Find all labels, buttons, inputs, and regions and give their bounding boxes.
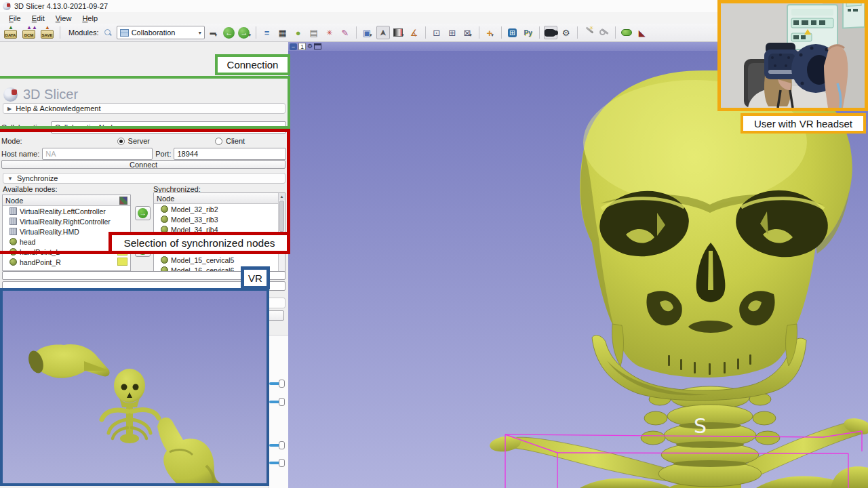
node-column-header: Node [5,197,23,205]
capture-region-button[interactable]: ▣▾ [361,26,374,39]
available-nodes-label: Available nodes: [3,185,58,193]
user-photo [721,3,865,108]
menu-edit[interactable]: Edit [27,14,50,23]
load-dicom-button[interactable]: ▲▲ DCM [21,25,37,40]
models-module-button[interactable]: ● [292,26,305,39]
synchronize-header-label: Synchronize [17,174,58,182]
menu-file[interactable]: File [4,14,26,23]
scene-view-menu-button[interactable]: ⊠▾ [461,26,475,39]
module-history-button[interactable]: ▬▾ [207,26,220,39]
model-node-icon [161,205,168,213]
menu-help[interactable]: Help [77,14,102,23]
vr-annotation-label: VR [241,266,270,289]
radio-unselected-icon [215,138,222,145]
screenshot-button[interactable]: ⊡ [430,26,443,39]
transform-node-icon [9,218,17,225]
mouse-interaction-button[interactable]: ➤ [376,26,390,39]
back-arrow-icon: ← [223,27,235,39]
scrollbar-thumb[interactable] [279,201,284,232]
port-label: Port: [155,150,171,158]
node-color-swatch[interactable] [117,258,127,266]
model-node-icon [161,216,168,223]
chevron-down-icon: ▾ [248,33,251,39]
list-item[interactable]: VirtualReality.LeftController [3,206,130,216]
chevron-down-icon: ▾ [370,33,372,39]
client-radio-label: Client [226,137,245,145]
model-node-icon [9,238,17,245]
slicer-logo-text: 3D Slicer [23,87,78,102]
transform-node-icon [9,207,17,215]
model-node-icon [9,248,17,256]
vr-settings-button[interactable]: ⚙ [559,26,573,39]
vr-slider[interactable] [269,379,287,388]
tools-button[interactable] [597,26,611,39]
subject-hierarchy-button[interactable]: ≡ [260,26,274,39]
chevron-down-icon: ▾ [199,30,201,36]
host-name-input[interactable] [42,148,153,160]
help-acknowledgement-section[interactable]: ▶ Help & Acknowledgement [3,103,285,114]
model-node-icon [9,258,17,266]
list-item[interactable]: VirtualReality.RightController [3,216,130,226]
chevron-down-icon: ▾ [279,125,282,131]
module-forward-button[interactable]: →▾ [238,26,252,39]
view-layout-icon[interactable] [314,43,321,49]
separator [479,26,479,39]
add-to-synchronized-button[interactable]: → [135,206,151,220]
scroll-up-icon[interactable]: ▲ [279,193,285,200]
layers-button[interactable]: ▤ [307,26,321,39]
window-level-button[interactable]: ▾ [392,26,406,39]
module-search-icon[interactable] [104,28,112,37]
view-pin-button[interactable]: – [290,43,297,50]
extensions-manager-button[interactable]: ⊞ [506,26,519,39]
color-column-icon [119,197,127,205]
radio-selected-icon [117,138,125,145]
clipped-toolbar-button[interactable]: ◣ [635,26,649,39]
vr-slider[interactable] [269,397,287,407]
view-number-badge: 1 [298,43,306,50]
list-item[interactable]: handPoint_R [3,257,130,267]
window-title: 3D Slicer 4.13.0-2021-09-27 [14,2,108,10]
vr-slider[interactable] [269,441,287,450]
crosshair-button[interactable]: +▾ [484,26,497,39]
node-column-header: Node [157,195,174,203]
view-gear-icon[interactable]: ⚙ [307,43,313,50]
virtual-reality-button[interactable] [544,26,557,39]
volumes-module-button[interactable]: ▦ [276,26,290,39]
scene-views-button[interactable]: ⊞ [446,26,459,39]
connect-button[interactable]: Connect [1,160,285,169]
synchronize-section-header[interactable]: ▼ Synchronize [3,173,285,184]
connection-annotation-label: Connection [215,54,290,75]
annotations-button[interactable]: ✎ [338,26,352,39]
python-console-button[interactable]: Py [521,26,535,39]
module-selector-value: Collaboration [132,28,176,37]
collaboration-module-icon [120,29,129,37]
chevron-down-icon: ▾ [214,33,217,39]
list-item[interactable]: Model_33_rib3 [154,214,285,224]
vr-scene [3,291,267,483]
save-button[interactable]: ▲ SAVE [39,25,56,40]
vr-headset-icon [545,29,556,37]
server-radio[interactable]: Server [117,137,150,145]
list-item[interactable]: Model_15_cervical5 [154,255,285,265]
list-item[interactable]: Model_32_rib2 [154,204,285,214]
right-arrow-icon: → [138,208,148,218]
port-input[interactable] [174,148,286,160]
markups-module-button[interactable]: ✳ [323,26,336,39]
separator [356,26,357,39]
separator [501,26,502,39]
client-radio[interactable]: Client [215,137,245,145]
host-port-row: Host name: Port: [1,148,286,160]
collapse-arrow-icon: ▶ [7,106,12,112]
module-panel-toggle-button[interactable] [620,26,633,39]
load-data-button[interactable]: ▲ DATA [3,25,19,40]
collaboration-node-combobox[interactable]: CollaborationNode ▾ [51,121,286,134]
ruler-button[interactable]: ∡ [408,26,421,39]
module-selector-combobox[interactable]: Collaboration ▾ [117,26,205,39]
separator [425,26,426,39]
slicer-logo-icon [3,87,18,102]
collaboration-label: Collaboration: [1,123,47,131]
vr-slider[interactable] [269,458,287,468]
module-back-button[interactable]: ← [222,26,236,39]
magic-wand-button[interactable] [582,26,595,39]
menu-view[interactable]: View [51,14,77,23]
